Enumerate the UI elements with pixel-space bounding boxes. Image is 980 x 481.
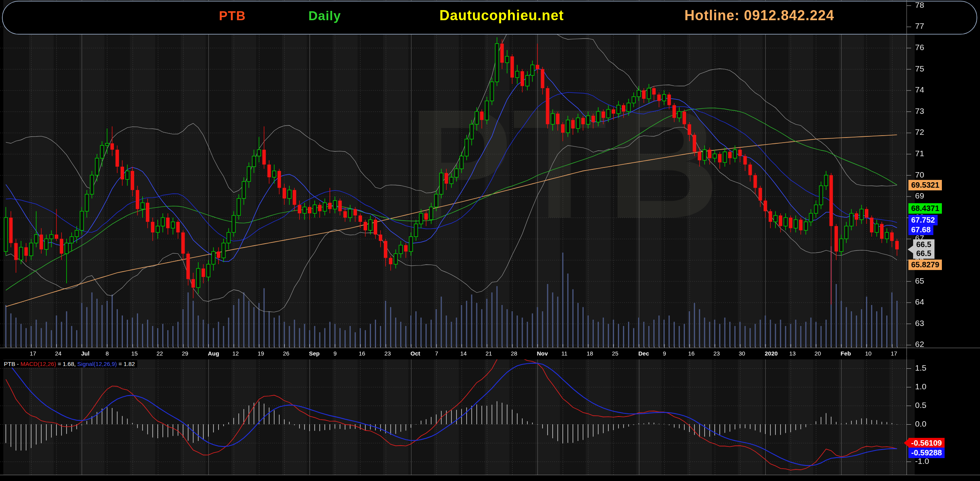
hotline-label: Hotline: 0912.842.224 [684, 7, 834, 24]
symbol-label: PTB [219, 9, 246, 23]
chart-canvas[interactable] [0, 0, 980, 481]
last-price-callout-arrow [908, 246, 913, 253]
last-price-callout: 66.566.5 [913, 239, 934, 259]
price-level-chip: 68.4371 [908, 203, 942, 214]
price-level-chip: 67.68 [908, 225, 933, 235]
price-level-chip: 65.8279 [908, 260, 942, 270]
trading-chart-window: PTB Daily Dautucophieu.net Hotline: 0912… [0, 0, 980, 481]
macd-value-chip-arrow [904, 439, 908, 447]
macd-indicator-title: PTB - MACD(12,26) = 1.68, Signal(12,26,9… [2, 360, 137, 368]
signal-value: = 1.82 [117, 361, 135, 367]
site-brand-label: Dautucophieu.net [439, 7, 564, 24]
macd-term: MACD(12,26) [21, 361, 56, 367]
macd-title-symbol: PTB - [4, 361, 21, 367]
timeframe-label: Daily [308, 9, 341, 23]
macd-value-chip: -0.56109 [908, 438, 945, 448]
price-level-chip: 67.752 [908, 215, 938, 225]
signal-term: Signal(12,26,9) [77, 361, 117, 367]
macd-value-chip: -0.59288 [908, 448, 945, 458]
macd-value: = 1.68, [56, 361, 77, 367]
price-level-chip: 69.5321 [908, 180, 942, 190]
